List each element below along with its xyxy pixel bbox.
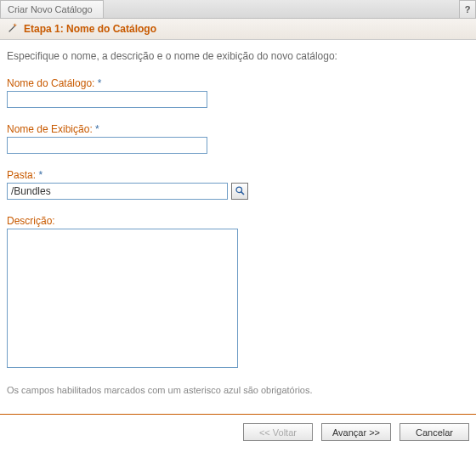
- label-description: Descrição:: [7, 215, 469, 227]
- window-title: Criar Novo Catálogo: [0, 0, 104, 18]
- svg-line-5: [241, 191, 243, 194]
- step-label: Etapa 1: Nome do Catálogo: [24, 23, 156, 35]
- title-spacer: [104, 0, 459, 18]
- wand-icon: [7, 22, 19, 36]
- field-description: Descrição:: [7, 215, 469, 370]
- required-marker: *: [95, 123, 99, 135]
- instruction-text: Especifique o nome, a descrição e o nome…: [7, 50, 469, 62]
- field-folder: Pasta: *: [7, 169, 469, 200]
- content-area: Especifique o nome, a descrição e o nome…: [0, 40, 476, 414]
- label-display-name: Nome de Exibição: *: [7, 123, 469, 135]
- browse-folder-button[interactable]: [231, 183, 248, 200]
- field-display-name: Nome de Exibição: *: [7, 123, 469, 154]
- label-display-name-text: Nome de Exibição:: [7, 123, 93, 135]
- search-icon: [235, 185, 246, 198]
- required-marker: *: [38, 169, 42, 181]
- input-catalog-name[interactable]: [7, 91, 207, 108]
- label-folder-text: Pasta:: [7, 169, 36, 181]
- svg-point-4: [236, 187, 242, 193]
- next-button[interactable]: Avançar >>: [321, 423, 391, 441]
- label-folder: Pasta: *: [7, 169, 469, 181]
- separator: [0, 414, 476, 415]
- input-display-name[interactable]: [7, 137, 207, 154]
- label-catalog-name-text: Nome do Catálogo:: [7, 77, 94, 89]
- label-catalog-name: Nome do Catálogo: *: [7, 77, 469, 89]
- svg-line-0: [9, 25, 15, 31]
- title-bar: Criar Novo Catálogo ?: [0, 0, 476, 19]
- wizard-buttons: << Voltar Avançar >> Cancelar: [0, 423, 476, 450]
- required-footnote: Os campos habilitados marcados com um as…: [7, 385, 469, 395]
- help-button[interactable]: ?: [459, 0, 476, 18]
- cancel-button[interactable]: Cancelar: [400, 423, 469, 441]
- input-description[interactable]: [7, 229, 238, 368]
- input-folder[interactable]: [7, 183, 228, 200]
- field-catalog-name: Nome do Catálogo: *: [7, 77, 469, 108]
- required-marker: *: [98, 77, 102, 89]
- step-bar: Etapa 1: Nome do Catálogo: [0, 19, 476, 40]
- back-button[interactable]: << Voltar: [243, 423, 313, 441]
- help-icon: ?: [465, 4, 471, 14]
